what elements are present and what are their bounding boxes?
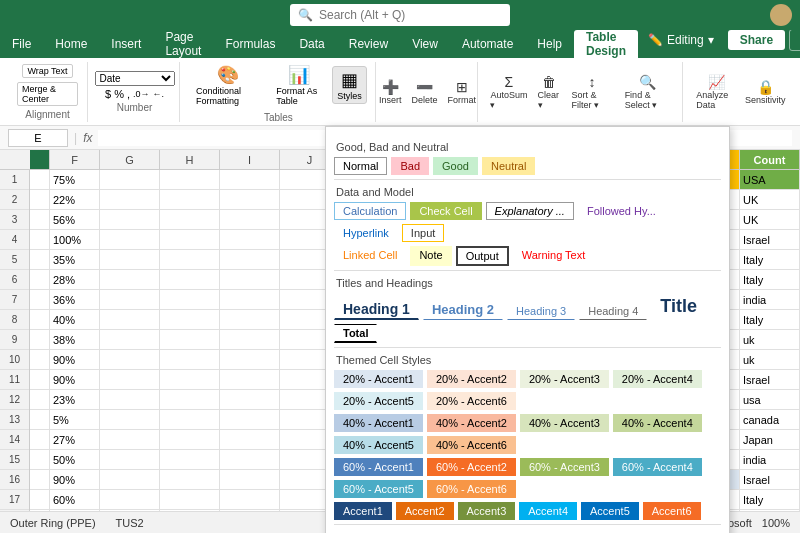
grid-cell[interactable] (220, 490, 280, 510)
grid-cell[interactable] (160, 310, 220, 330)
grid-cell[interactable] (30, 330, 50, 350)
sensitivity-button[interactable]: 🔒Sensitivity (746, 77, 785, 107)
60-accent4[interactable]: 60% - Accent4 (613, 458, 702, 476)
60-accent6[interactable]: 60% - Accent6 (427, 480, 516, 498)
warning-style[interactable]: Warning Text (513, 246, 595, 266)
grid-cell[interactable] (220, 210, 280, 230)
tab-pagelayout[interactable]: Page Layout (153, 30, 213, 58)
user-avatar[interactable] (770, 4, 792, 26)
country-cell[interactable]: india (740, 290, 800, 310)
grid-cell[interactable] (30, 170, 50, 190)
grid-cell[interactable] (220, 270, 280, 290)
grid-cell[interactable] (220, 370, 280, 390)
grid-cell[interactable] (220, 230, 280, 250)
tab-home[interactable]: Home (43, 30, 99, 58)
60-accent5[interactable]: 60% - Accent5 (334, 480, 423, 498)
grid-cell[interactable] (160, 450, 220, 470)
conditional-formatting-button[interactable]: 🎨 Conditional Formatting (190, 60, 266, 110)
20-accent2[interactable]: 20% - Accent2 (427, 370, 516, 388)
grid-cell[interactable]: 28% (50, 270, 100, 290)
increase-decimal-icon[interactable]: .0→ (133, 89, 150, 99)
comments-button[interactable]: Comments (789, 29, 800, 51)
check-cell-style[interactable]: Check Cell (410, 202, 481, 220)
grid-cell[interactable] (30, 430, 50, 450)
bad-style[interactable]: Bad (391, 157, 429, 175)
grid-cell[interactable] (220, 510, 280, 511)
heading2-style[interactable]: Heading 2 (423, 299, 503, 320)
zoom-level[interactable]: 100% (762, 517, 790, 529)
followed-style[interactable]: Followed Hy... (578, 202, 665, 220)
currency-icon[interactable]: $ (105, 88, 111, 100)
grid-cell[interactable] (100, 370, 160, 390)
grid-cell[interactable] (160, 470, 220, 490)
title-style[interactable]: Title (651, 293, 706, 320)
search-box[interactable]: 🔍 (290, 4, 510, 26)
output-style[interactable]: Output (456, 246, 509, 266)
accent6[interactable]: Accent6 (643, 502, 701, 520)
grid-cell[interactable] (30, 490, 50, 510)
country-cell[interactable]: UK (740, 210, 800, 230)
grid-cell[interactable] (160, 170, 220, 190)
editing-button[interactable]: ✏️ Editing ▾ (638, 30, 724, 50)
grid-cell[interactable] (100, 250, 160, 270)
country-cell[interactable]: Italy (740, 310, 800, 330)
20-accent3[interactable]: 20% - Accent3 (520, 370, 609, 388)
accent3[interactable]: Accent3 (458, 502, 516, 520)
grid-cell[interactable] (160, 330, 220, 350)
total-style[interactable]: Total (334, 324, 377, 343)
40-accent3[interactable]: 40% - Accent3 (520, 414, 609, 432)
grid-cell[interactable] (100, 470, 160, 490)
country-cell[interactable]: Israel (740, 470, 800, 490)
grid-cell[interactable]: 38% (50, 330, 100, 350)
grid-cell[interactable] (220, 190, 280, 210)
accent1[interactable]: Accent1 (334, 502, 392, 520)
grid-cell[interactable] (160, 350, 220, 370)
wrap-text-button[interactable]: Wrap Text (22, 64, 72, 78)
grid-cell[interactable]: 56% (50, 210, 100, 230)
note-style[interactable]: Note (410, 246, 451, 266)
tab-view[interactable]: View (400, 30, 450, 58)
grid-cell[interactable] (100, 510, 160, 511)
grid-cell[interactable] (220, 310, 280, 330)
country-cell[interactable]: Italy (740, 510, 800, 511)
linked-cell-style[interactable]: Linked Cell (334, 246, 406, 266)
grid-cell[interactable] (100, 490, 160, 510)
country-cell[interactable]: uk (740, 330, 800, 350)
grid-cell[interactable] (30, 310, 50, 330)
grid-cell[interactable] (220, 390, 280, 410)
grid-cell[interactable] (30, 350, 50, 370)
20-accent6[interactable]: 20% - Accent6 (427, 392, 516, 410)
40-accent2[interactable]: 40% - Accent2 (427, 414, 516, 432)
good-style[interactable]: Good (433, 157, 478, 175)
grid-cell[interactable] (160, 410, 220, 430)
country-cell[interactable]: Israel (740, 230, 800, 250)
calculation-style[interactable]: Calculation (334, 202, 406, 220)
grid-cell[interactable] (30, 470, 50, 490)
grid-cell[interactable] (30, 210, 50, 230)
sort-filter-button[interactable]: ↕Sort & Filter ▾ (568, 72, 617, 112)
grid-cell[interactable] (220, 250, 280, 270)
grid-cell[interactable] (100, 450, 160, 470)
grid-cell[interactable]: 75% (50, 170, 100, 190)
grid-cell[interactable] (160, 510, 220, 511)
grid-cell[interactable] (160, 190, 220, 210)
grid-cell[interactable] (160, 250, 220, 270)
grid-cell[interactable] (30, 270, 50, 290)
grid-cell[interactable] (100, 270, 160, 290)
clear-button[interactable]: 🗑Clear ▾ (534, 72, 564, 112)
tab-help[interactable]: Help (525, 30, 574, 58)
grid-cell[interactable] (30, 410, 50, 430)
grid-cell[interactable]: 90% (50, 370, 100, 390)
share-button[interactable]: Share (728, 30, 785, 50)
60-accent2[interactable]: 60% - Accent2 (427, 458, 516, 476)
country-cell[interactable]: usa (740, 390, 800, 410)
grid-cell[interactable] (220, 450, 280, 470)
country-cell[interactable]: UK (740, 190, 800, 210)
heading4-style[interactable]: Heading 4 (579, 302, 647, 320)
insert-button[interactable]: ➕Insert (375, 77, 406, 107)
grid-cell[interactable] (100, 290, 160, 310)
merge-center-button[interactable]: Merge & Center (17, 82, 78, 106)
grid-cell[interactable] (100, 410, 160, 430)
tab-data[interactable]: Data (287, 30, 336, 58)
heading1-style[interactable]: Heading 1 (334, 298, 419, 320)
